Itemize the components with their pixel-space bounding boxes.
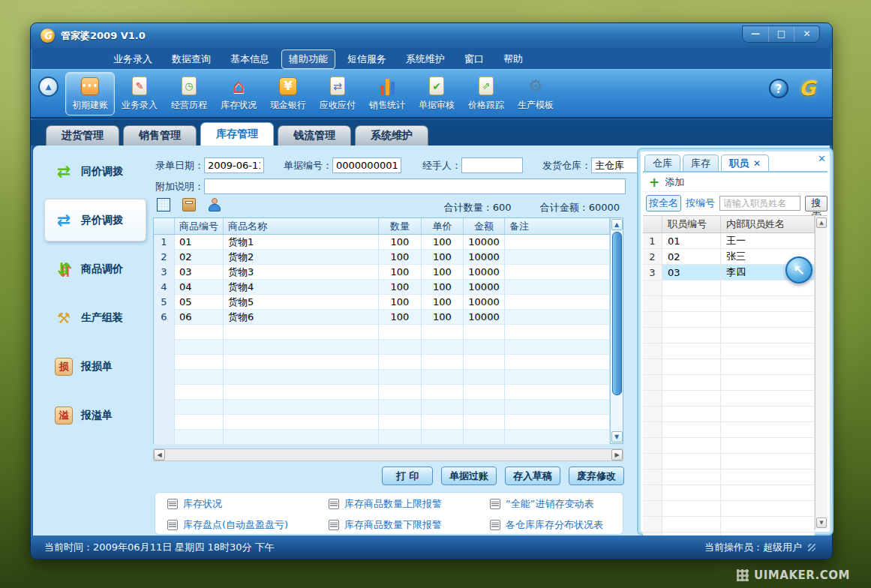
scroll-right-icon[interactable]: ▶ [611,449,623,460]
lookup-panel-body: + 添加 按全名 按编号 搜索 职员编号 内部职员姓名 [643,171,827,530]
toolbar-item-business-history[interactable]: ◷ 经营历程 [164,72,214,116]
empty-row [643,375,815,391]
panel-tab-stock[interactable]: 库存 [683,154,719,171]
sidebar-item-same-price-transfer[interactable]: ⇄ 同价调拨 [44,150,146,193]
toolbar-item-initial-setup[interactable]: ••• 初期建账 [65,72,115,116]
panel-close-icon[interactable]: ✕ [818,153,826,164]
items-table-vertical-scrollbar[interactable]: ▲ ▼ [610,218,623,443]
tab-sales-management[interactable]: 销售管理 [123,125,197,146]
scrollbar-thumb[interactable] [612,232,622,395]
maximize-button[interactable]: □ [768,26,794,42]
table-row[interactable]: 404货物410010010000 [154,280,610,295]
watermark: UIMAKER.COM [737,568,850,582]
empty-row [154,370,610,385]
panel-tab-employee[interactable]: 职员 ✕ [721,154,769,171]
toolbar-item-document-audit[interactable]: ✔ 单据审核 [412,72,461,116]
discard-changes-button[interactable]: 废弃修改 [569,466,624,485]
scroll-left-icon[interactable]: ◀ [154,449,165,460]
totals: 合计数量：600 合计金额：60000 [444,201,620,214]
items-table-horizontal-scrollbar[interactable]: ◀ ▶ [153,448,623,461]
warehouse-label: 发货仓库： [542,159,591,172]
help-icon[interactable]: ? [769,79,788,98]
tab-cashflow-management[interactable]: 钱流管理 [278,125,351,146]
resize-grip[interactable] [808,544,815,551]
search-filter-row: 按全名 按编号 搜索 [643,192,827,214]
toolbar-item-sales-stats[interactable]: 销售统计 [362,72,412,116]
sidebar-item-diff-price-transfer[interactable]: ⇄ 异价调拨 [44,199,146,242]
link-stocktaking[interactable]: 库存盘点(自动盘盈盘亏) [167,518,329,532]
menu-item-aux-functions[interactable]: 辅助功能 [281,50,335,69]
table-row[interactable]: 505货物510010010000 [154,295,610,310]
doc-number-input[interactable] [332,158,401,173]
date-input[interactable] [204,158,264,173]
link-lower-limit-alarm[interactable]: 库存商品数量下限报警 [329,518,490,532]
employee-row[interactable]: 101王一 [643,233,815,249]
save-draft-button[interactable]: 存入草稿 [505,466,560,485]
empty-row [154,400,610,415]
link-warehouse-distribution[interactable]: 各仓库库存分布状况表 [490,518,623,532]
empty-row [643,296,815,312]
sidebar-item-reprice[interactable]: ⇵ 商品调价 [44,248,146,290]
scroll-up-icon[interactable]: ▲ [611,219,623,230]
toolbar-item-receivable-payable[interactable]: ⇄ 应收应付 [313,72,362,116]
tab-close-icon[interactable]: ✕ [753,158,761,169]
tab-system-maintenance[interactable]: 系统维护 [355,125,428,146]
sidebar: ⇄ 同价调拨 ⇄ 异价调拨 ⇵ 商品调价 ⚒ 生产组装 损 报损单 溢 报溢单 [44,150,146,531]
add-employee-button[interactable]: 添加 [665,176,684,189]
toolbar-item-price-tracking[interactable]: ⇗ 价格跟踪 [461,72,511,116]
warehouse-lookup-icon[interactable] [157,198,170,212]
toolbar-item-cash-bank[interactable]: ¥ 现金银行 [263,72,313,116]
link-allinone-change-report[interactable]: “全能”进销存变动表 [490,497,623,511]
menu-item-system-maintenance[interactable]: 系统维护 [398,50,452,69]
sidebar-item-loss-report[interactable]: 损 报损单 [44,345,146,388]
print-button[interactable]: 打 印 [382,466,433,485]
sidebar-item-overflow-report[interactable]: 溢 报溢单 [44,394,146,436]
close-button[interactable]: ✕ [794,26,819,42]
tab-inventory-management[interactable]: 库存管理 [200,122,274,146]
employee-table-scrollbar[interactable]: ▲ ▼ [815,216,827,530]
document-pane: 录单日期： 单据编号： 经手人： 发货仓库： 附加说明： 合计数量：600 [153,146,626,536]
menu-item-basic-info[interactable]: 基本信息 [223,50,277,69]
toolbar-item-business-entry[interactable]: ✎ 业务录入 [115,72,164,116]
scroll-down-icon[interactable]: ▼ [816,518,827,528]
table-row[interactable]: 303货物310010010000 [154,265,610,280]
tab-purchase-management[interactable]: 进货管理 [46,125,119,146]
add-plus-icon: + [649,175,659,190]
menu-item-window[interactable]: 窗口 [457,50,491,69]
empty-row [643,406,815,422]
handler-input[interactable] [461,158,523,173]
employee-lookup-icon[interactable] [208,198,221,212]
menu-item-sms-service[interactable]: 短信服务 [340,50,394,69]
document-check-icon: ✔ [426,76,447,97]
house-icon: ⌂ [228,76,249,97]
total-amount: 合计金额：60000 [540,201,620,214]
table-row[interactable]: 606货物610010010000 [154,310,610,325]
window-controls: — □ ✕ [742,26,820,43]
title-bar[interactable]: G 管家婆2009 V1.0 — □ ✕ [31,23,832,49]
link-upper-limit-alarm[interactable]: 库存商品数量上限报警 [329,497,490,511]
collapse-toolbar-icon[interactable]: ▲ [38,76,59,97]
toolbar-item-inventory-status[interactable]: ⌂ 库存状况 [214,72,263,116]
loss-stamp-icon: 损 [53,356,74,377]
filter-by-code[interactable]: 按编号 [686,196,715,210]
scroll-down-icon[interactable]: ▼ [611,431,623,442]
note-input[interactable] [204,178,626,194]
report-icon [329,499,339,509]
link-inventory-status[interactable]: 库存状况 [167,497,329,511]
stock-lookup-icon[interactable] [182,198,196,212]
table-row[interactable]: 101货物110010010000 [154,235,610,250]
post-document-button[interactable]: 单据过账 [441,466,497,485]
toolbar-item-production-template[interactable]: ⚙ 生产模板 [511,72,560,116]
scroll-up-icon[interactable]: ▲ [816,218,827,228]
search-button[interactable]: 搜索 [805,196,827,212]
menu-item-help[interactable]: 帮助 [496,50,530,69]
employee-search-input[interactable] [719,196,800,211]
sidebar-item-assembly[interactable]: ⚒ 生产组装 [44,296,146,339]
filter-by-fullname[interactable]: 按全名 [646,195,681,212]
table-row[interactable]: 202货物210010010000 [154,250,610,265]
minimize-button[interactable]: — [743,26,768,42]
menu-item-business-entry[interactable]: 业务录入 [106,50,160,69]
empty-row [154,355,610,370]
menu-item-data-query[interactable]: 数据查询 [164,50,218,69]
panel-tab-warehouse[interactable]: 仓库 [644,154,680,171]
